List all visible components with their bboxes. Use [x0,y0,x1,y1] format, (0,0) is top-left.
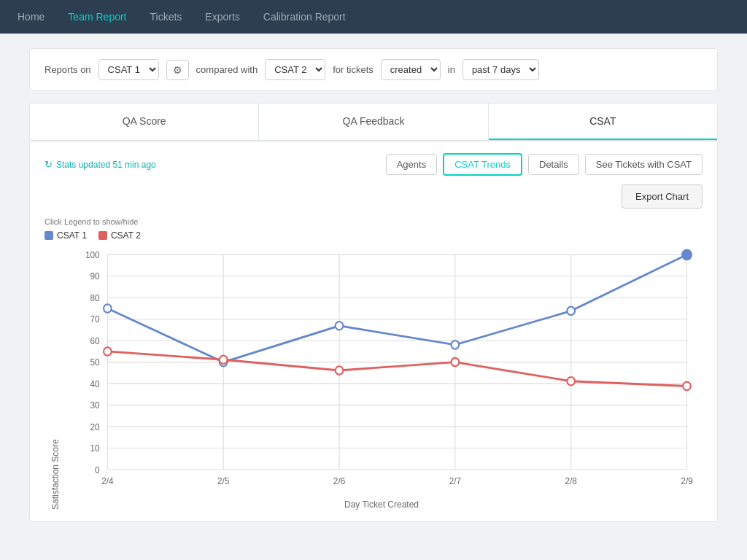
legend-csat2[interactable]: CSAT 2 [98,230,141,241]
tab-qa-score[interactable]: QA Score [30,104,259,140]
legend-click-text: Click Legend to show/hide [44,217,703,226]
sub-tab-agents[interactable]: Agents [386,154,437,175]
svg-text:20: 20 [90,421,100,432]
svg-point-36 [336,322,344,330]
refresh-icon: ↻ [44,159,53,170]
svg-text:60: 60 [90,335,100,346]
svg-point-42 [336,366,344,374]
csat2-select[interactable]: CSAT 2 [265,59,325,80]
y-axis-label: Satisfaction Score [44,246,61,510]
reports-on-label: Reports on [44,64,91,75]
svg-text:2/6: 2/6 [333,476,346,486]
gear-button[interactable]: ⚙ [166,60,189,80]
tab-qa-feedback[interactable]: QA Feedback [259,104,488,140]
created-select[interactable]: created [381,59,441,80]
filter-bar: Reports on CSAT 1 ⚙ compared with CSAT 2… [29,48,718,91]
nav-tickets[interactable]: Tickets [150,11,182,23]
svg-point-44 [567,377,575,385]
nav-team-report[interactable]: Team Report [68,11,126,23]
svg-text:30: 30 [90,400,100,411]
svg-text:10: 10 [90,443,100,454]
sub-tab-csat-trends[interactable]: CSAT Trends [443,153,522,176]
svg-text:50: 50 [90,357,100,368]
csat2-legend-label: CSAT 2 [111,230,141,241]
svg-text:2/4: 2/4 [101,476,114,486]
main-nav: Home Team Report Tickets Exports Calibra… [0,0,747,34]
sub-tab-details[interactable]: Details [528,154,579,175]
sub-tabs: Agents CSAT Trends Details See Tickets w… [386,153,703,176]
svg-text:2/5: 2/5 [217,476,230,486]
svg-text:2/9: 2/9 [681,476,693,486]
csat1-legend-color [44,231,53,240]
tab-csat[interactable]: CSAT [489,104,717,140]
svg-text:80: 80 [90,293,100,303]
svg-point-40 [104,347,112,355]
svg-text:0: 0 [95,464,100,475]
svg-point-37 [452,341,460,349]
x-axis-label: Day Ticket Created [61,499,703,510]
compared-with-label: compared with [196,64,258,75]
for-tickets-label: for tickets [333,64,374,75]
svg-point-45 [683,382,691,390]
svg-point-41 [220,356,228,364]
csat2-legend-color [98,231,107,240]
nav-exports[interactable]: Exports [205,11,239,23]
svg-point-38 [567,307,575,315]
legend-items: CSAT 1 CSAT 2 [44,230,703,241]
svg-point-43 [452,358,460,366]
sub-tab-see-tickets[interactable]: See Tickets with CSAT [585,154,703,175]
chart-wrap: Satisfaction Score [44,246,703,510]
svg-text:2/7: 2/7 [449,476,462,486]
svg-point-34 [104,304,112,312]
svg-text:100: 100 [85,250,100,260]
period-select[interactable]: past 7 days [462,59,539,80]
legend-csat1[interactable]: CSAT 1 [44,230,87,241]
nav-home[interactable]: Home [18,11,44,23]
csat1-legend-label: CSAT 1 [57,230,87,241]
main-tabs: QA Score QA Feedback CSAT [29,103,718,141]
nav-calibration-report[interactable]: Calibration Report [263,11,346,23]
chart-section: ↻ Stats updated 51 min ago Agents CSAT T… [29,141,718,522]
csat1-select[interactable]: CSAT 1 [98,59,159,80]
svg-text:2/8: 2/8 [565,476,578,486]
stats-updated: ↻ Stats updated 51 min ago [44,159,156,170]
svg-text:70: 70 [90,314,100,324]
svg-point-39 [682,250,692,260]
svg-text:90: 90 [90,271,100,281]
svg-text:40: 40 [90,378,100,389]
export-chart-button[interactable]: Export Chart [622,184,703,209]
line-chart: 0 10 20 30 40 50 60 70 80 90 100 [61,246,703,494]
in-label: in [448,64,455,75]
